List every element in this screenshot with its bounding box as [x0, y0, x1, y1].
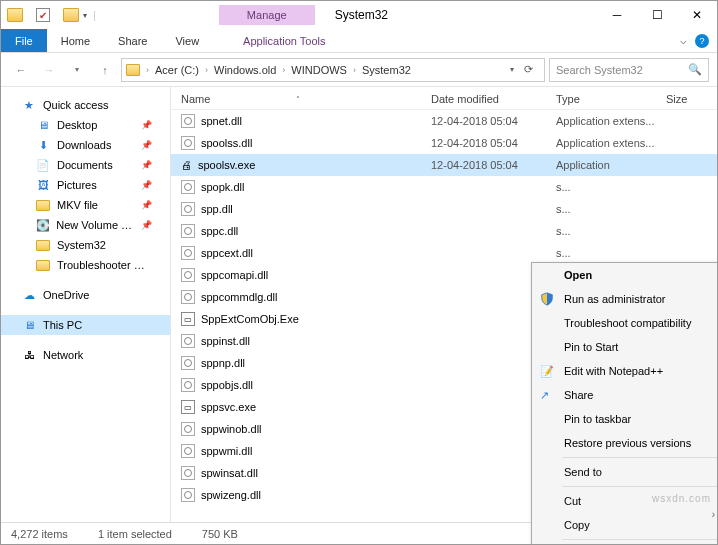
- file-row[interactable]: spp.dlls...: [171, 198, 717, 220]
- col-date[interactable]: Date modified: [431, 93, 556, 105]
- share-icon: ↗: [540, 389, 549, 402]
- pin-icon: 📌: [141, 220, 164, 230]
- dll-icon: [181, 246, 195, 260]
- sort-asc-icon: ˄: [296, 95, 300, 104]
- col-name[interactable]: Name: [181, 93, 210, 105]
- ctx-send-to[interactable]: Send to›: [532, 460, 718, 484]
- ribbon-expand-icon[interactable]: ⌵: [680, 34, 687, 47]
- dll-icon: [181, 224, 195, 238]
- pin-icon: 📌: [141, 180, 164, 190]
- dll-icon: [181, 488, 195, 502]
- ctx-share[interactable]: ↗ Share: [532, 383, 718, 407]
- address-bar: ← → ▾ ↑ › Acer (C:)› Windows.old› WINDOW…: [1, 53, 717, 87]
- minimize-button[interactable]: ─: [597, 1, 637, 29]
- horizontal-scroll-right-icon[interactable]: ›: [712, 509, 715, 520]
- file-row[interactable]: spnet.dll12-04-2018 05:04Application ext…: [171, 110, 717, 132]
- sidebar-item[interactable]: 💽New Volume (E:)📌: [1, 215, 170, 235]
- search-placeholder: Search System32: [556, 64, 643, 76]
- recent-locations-button[interactable]: ▾: [65, 58, 89, 82]
- maximize-button[interactable]: ☐: [637, 1, 677, 29]
- qat-dropdown-icon[interactable]: ▾: [83, 11, 87, 20]
- downloads-icon: ⬇: [35, 138, 51, 152]
- file-row[interactable]: spoolss.dll12-04-2018 05:04Application e…: [171, 132, 717, 154]
- ribbon-tabs: File Home Share View Application Tools ⌵…: [1, 29, 717, 53]
- crumb-3[interactable]: System32: [362, 64, 411, 76]
- drive-icon: 💽: [35, 218, 50, 232]
- folder-icon: [35, 258, 51, 272]
- file-tab[interactable]: File: [1, 29, 47, 52]
- pc-icon: 🖥: [21, 318, 37, 332]
- dll-icon: [181, 466, 195, 480]
- sidebar-item[interactable]: Troubleshooter Wor: [1, 255, 170, 275]
- home-tab[interactable]: Home: [47, 31, 104, 51]
- sidebar-item[interactable]: 📄Documents📌: [1, 155, 170, 175]
- crumb-1[interactable]: Windows.old: [214, 64, 276, 76]
- application-tools-tab[interactable]: Application Tools: [229, 31, 339, 51]
- search-input[interactable]: Search System32 🔍: [549, 58, 709, 82]
- ctx-open[interactable]: Open: [532, 263, 718, 287]
- search-icon: 🔍: [688, 63, 702, 76]
- network-icon: 🖧: [21, 348, 37, 362]
- share-tab[interactable]: Share: [104, 31, 161, 51]
- title-bar: ✔ ▾ | Manage System32 ─ ☐ ✕: [1, 1, 717, 29]
- network-root[interactable]: 🖧 Network: [1, 345, 170, 365]
- file-row[interactable]: 🖨spoolsv.exe12-04-2018 05:04Application: [171, 154, 717, 176]
- star-icon: ★: [21, 98, 37, 112]
- dll-icon: [181, 290, 195, 304]
- crumb-0[interactable]: Acer (C:): [155, 64, 199, 76]
- dll-icon: [181, 202, 195, 216]
- ctx-pin-start[interactable]: Pin to Start: [532, 335, 718, 359]
- shield-icon: [540, 292, 554, 306]
- crumb-2[interactable]: WINDOWS: [291, 64, 347, 76]
- onedrive-root[interactable]: ☁ OneDrive: [1, 285, 170, 305]
- new-folder-qat-icon[interactable]: [63, 8, 79, 22]
- dll-icon: [181, 422, 195, 436]
- col-type[interactable]: Type: [556, 93, 666, 105]
- sidebar-item[interactable]: System32: [1, 235, 170, 255]
- manage-tab-header: Manage: [219, 5, 315, 25]
- file-row[interactable]: spopk.dlls...: [171, 176, 717, 198]
- ctx-troubleshoot[interactable]: Troubleshoot compatibility: [532, 311, 718, 335]
- refresh-icon[interactable]: ⟳: [516, 63, 540, 76]
- pin-icon: 📌: [141, 200, 164, 210]
- selection-size: 750 KB: [202, 528, 238, 540]
- file-row[interactable]: sppcext.dlls...: [171, 242, 717, 264]
- sidebar-item[interactable]: ⬇Downloads📌: [1, 135, 170, 155]
- help-icon[interactable]: ?: [695, 34, 709, 48]
- ctx-edit-notepadpp[interactable]: 📝 Edit with Notepad++: [532, 359, 718, 383]
- ctx-run-as-admin[interactable]: Run as administrator: [532, 287, 718, 311]
- ctx-restore-versions[interactable]: Restore previous versions: [532, 431, 718, 455]
- file-row[interactable]: sppc.dlls...: [171, 220, 717, 242]
- desktop-icon: 🖥: [35, 118, 51, 132]
- watermark: wsxdn.com: [652, 493, 711, 504]
- view-tab[interactable]: View: [161, 31, 213, 51]
- up-button[interactable]: ↑: [93, 58, 117, 82]
- this-pc-root[interactable]: 🖥 This PC: [1, 315, 170, 335]
- notepadpp-icon: 📝: [540, 365, 554, 378]
- sidebar-item[interactable]: MKV file📌: [1, 195, 170, 215]
- close-button[interactable]: ✕: [677, 1, 717, 29]
- contextual-tab-group: Manage: [219, 5, 315, 25]
- sidebar-item[interactable]: 🖥Desktop📌: [1, 115, 170, 135]
- ctx-copy[interactable]: Copy: [532, 513, 718, 537]
- properties-qat-icon[interactable]: ✔: [36, 8, 50, 22]
- pin-icon: 📌: [141, 120, 164, 130]
- documents-icon: 📄: [35, 158, 51, 172]
- ctx-pin-taskbar[interactable]: Pin to taskbar: [532, 407, 718, 431]
- col-size[interactable]: Size: [666, 93, 687, 105]
- exe-icon: ▭: [181, 400, 195, 414]
- quick-access-root[interactable]: ★ Quick access: [1, 95, 170, 115]
- dll-icon: [181, 180, 195, 194]
- folder-icon: [7, 8, 23, 22]
- pin-icon: 📌: [141, 140, 164, 150]
- dll-icon: [181, 136, 195, 150]
- window-title: System32: [335, 8, 388, 22]
- back-button[interactable]: ←: [9, 58, 33, 82]
- dll-icon: [181, 334, 195, 348]
- forward-button[interactable]: →: [37, 58, 61, 82]
- sidebar-item[interactable]: 🖼Pictures📌: [1, 175, 170, 195]
- pictures-icon: 🖼: [35, 178, 51, 192]
- breadcrumb[interactable]: › Acer (C:)› Windows.old› WINDOWS› Syste…: [121, 58, 545, 82]
- folder-icon: [35, 238, 51, 252]
- column-headers[interactable]: Name ˄ Date modified Type Size: [171, 87, 717, 110]
